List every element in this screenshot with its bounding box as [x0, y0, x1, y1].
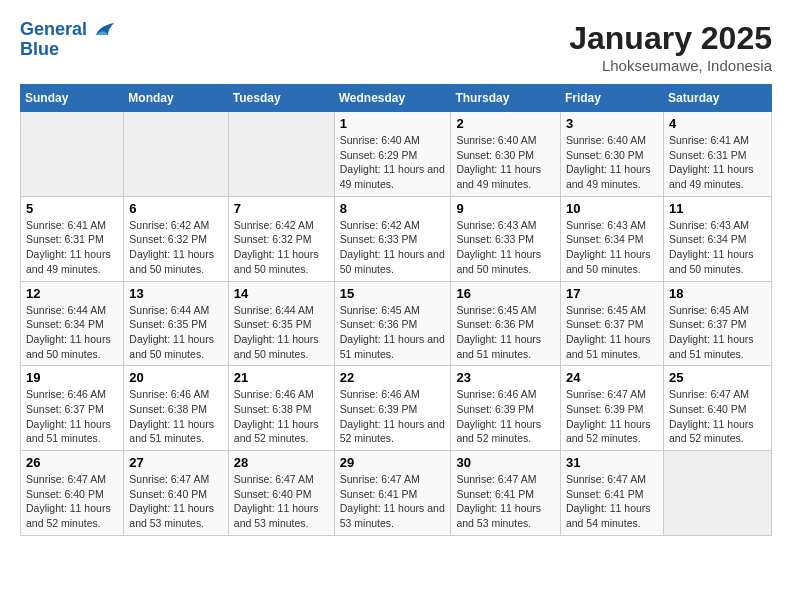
sunrise-text: Sunrise: 6:46 AM	[129, 388, 209, 400]
day-cell: 24 Sunrise: 6:47 AM Sunset: 6:39 PM Dayl…	[560, 366, 663, 451]
daylight-text: Daylight: 11 hours and 51 minutes.	[669, 333, 754, 360]
sunrise-text: Sunrise: 6:47 AM	[129, 473, 209, 485]
daylight-text: Daylight: 11 hours and 52 minutes.	[456, 418, 541, 445]
daylight-text: Daylight: 11 hours and 49 minutes.	[456, 163, 541, 190]
day-number: 6	[129, 201, 222, 216]
sunset-text: Sunset: 6:41 PM	[340, 488, 418, 500]
calendar-table: SundayMondayTuesdayWednesdayThursdayFrid…	[20, 84, 772, 536]
daylight-text: Daylight: 11 hours and 51 minutes.	[129, 418, 214, 445]
daylight-text: Daylight: 11 hours and 49 minutes.	[566, 163, 651, 190]
daylight-text: Daylight: 11 hours and 50 minutes.	[234, 248, 319, 275]
sunrise-text: Sunrise: 6:47 AM	[566, 473, 646, 485]
day-cell: 5 Sunrise: 6:41 AM Sunset: 6:31 PM Dayli…	[21, 196, 124, 281]
daylight-text: Daylight: 11 hours and 54 minutes.	[566, 502, 651, 529]
sunset-text: Sunset: 6:41 PM	[566, 488, 644, 500]
header-day-saturday: Saturday	[663, 85, 771, 112]
week-row-5: 26 Sunrise: 6:47 AM Sunset: 6:40 PM Dayl…	[21, 451, 772, 536]
header-day-monday: Monday	[124, 85, 228, 112]
sunset-text: Sunset: 6:39 PM	[340, 403, 418, 415]
day-cell: 27 Sunrise: 6:47 AM Sunset: 6:40 PM Dayl…	[124, 451, 228, 536]
day-cell: 31 Sunrise: 6:47 AM Sunset: 6:41 PM Dayl…	[560, 451, 663, 536]
page-subtitle: Lhokseumawe, Indonesia	[569, 57, 772, 74]
day-number: 17	[566, 286, 658, 301]
sunrise-text: Sunrise: 6:46 AM	[234, 388, 314, 400]
sunset-text: Sunset: 6:40 PM	[669, 403, 747, 415]
page-header: General Blue January 2025 Lhokseumawe, I…	[20, 20, 772, 74]
day-cell: 6 Sunrise: 6:42 AM Sunset: 6:32 PM Dayli…	[124, 196, 228, 281]
day-number: 23	[456, 370, 555, 385]
day-cell: 16 Sunrise: 6:45 AM Sunset: 6:36 PM Dayl…	[451, 281, 561, 366]
day-number: 2	[456, 116, 555, 131]
page-title: January 2025	[569, 20, 772, 57]
sunrise-text: Sunrise: 6:47 AM	[340, 473, 420, 485]
daylight-text: Daylight: 11 hours and 50 minutes.	[234, 333, 319, 360]
sunrise-text: Sunrise: 6:45 AM	[566, 304, 646, 316]
day-cell: 8 Sunrise: 6:42 AM Sunset: 6:33 PM Dayli…	[334, 196, 451, 281]
day-number: 18	[669, 286, 766, 301]
sunset-text: Sunset: 6:37 PM	[669, 318, 747, 330]
daylight-text: Daylight: 11 hours and 50 minutes.	[669, 248, 754, 275]
daylight-text: Daylight: 11 hours and 52 minutes.	[234, 418, 319, 445]
sunset-text: Sunset: 6:36 PM	[456, 318, 534, 330]
sunset-text: Sunset: 6:39 PM	[566, 403, 644, 415]
day-cell: 25 Sunrise: 6:47 AM Sunset: 6:40 PM Dayl…	[663, 366, 771, 451]
sunset-text: Sunset: 6:32 PM	[234, 233, 312, 245]
day-cell: 30 Sunrise: 6:47 AM Sunset: 6:41 PM Dayl…	[451, 451, 561, 536]
day-cell: 29 Sunrise: 6:47 AM Sunset: 6:41 PM Dayl…	[334, 451, 451, 536]
day-cell: 3 Sunrise: 6:40 AM Sunset: 6:30 PM Dayli…	[560, 112, 663, 197]
daylight-text: Daylight: 11 hours and 53 minutes.	[456, 502, 541, 529]
sunrise-text: Sunrise: 6:44 AM	[26, 304, 106, 316]
day-number: 22	[340, 370, 446, 385]
daylight-text: Daylight: 11 hours and 53 minutes.	[234, 502, 319, 529]
daylight-text: Daylight: 11 hours and 52 minutes.	[26, 502, 111, 529]
day-number: 7	[234, 201, 329, 216]
daylight-text: Daylight: 11 hours and 49 minutes.	[340, 163, 445, 190]
sunrise-text: Sunrise: 6:45 AM	[669, 304, 749, 316]
sunset-text: Sunset: 6:35 PM	[234, 318, 312, 330]
sunset-text: Sunset: 6:37 PM	[26, 403, 104, 415]
sunset-text: Sunset: 6:34 PM	[566, 233, 644, 245]
day-cell: 9 Sunrise: 6:43 AM Sunset: 6:33 PM Dayli…	[451, 196, 561, 281]
logo: General Blue	[20, 20, 116, 60]
header-day-tuesday: Tuesday	[228, 85, 334, 112]
day-number: 5	[26, 201, 118, 216]
sunset-text: Sunset: 6:36 PM	[340, 318, 418, 330]
day-cell	[228, 112, 334, 197]
sunset-text: Sunset: 6:34 PM	[26, 318, 104, 330]
sunrise-text: Sunrise: 6:45 AM	[456, 304, 536, 316]
sunset-text: Sunset: 6:31 PM	[26, 233, 104, 245]
sunset-text: Sunset: 6:41 PM	[456, 488, 534, 500]
sunrise-text: Sunrise: 6:46 AM	[456, 388, 536, 400]
sunrise-text: Sunrise: 6:47 AM	[26, 473, 106, 485]
sunset-text: Sunset: 6:33 PM	[456, 233, 534, 245]
day-number: 8	[340, 201, 446, 216]
daylight-text: Daylight: 11 hours and 52 minutes.	[340, 418, 445, 445]
sunset-text: Sunset: 6:38 PM	[129, 403, 207, 415]
sunrise-text: Sunrise: 6:47 AM	[669, 388, 749, 400]
sunset-text: Sunset: 6:34 PM	[669, 233, 747, 245]
day-number: 10	[566, 201, 658, 216]
day-number: 24	[566, 370, 658, 385]
day-number: 28	[234, 455, 329, 470]
sunrise-text: Sunrise: 6:42 AM	[129, 219, 209, 231]
logo-text-general: General	[20, 19, 87, 39]
sunrise-text: Sunrise: 6:47 AM	[234, 473, 314, 485]
day-cell: 10 Sunrise: 6:43 AM Sunset: 6:34 PM Dayl…	[560, 196, 663, 281]
day-cell: 14 Sunrise: 6:44 AM Sunset: 6:35 PM Dayl…	[228, 281, 334, 366]
day-number: 13	[129, 286, 222, 301]
daylight-text: Daylight: 11 hours and 50 minutes.	[26, 333, 111, 360]
sunrise-text: Sunrise: 6:44 AM	[234, 304, 314, 316]
day-number: 12	[26, 286, 118, 301]
header-day-sunday: Sunday	[21, 85, 124, 112]
daylight-text: Daylight: 11 hours and 50 minutes.	[340, 248, 445, 275]
sunrise-text: Sunrise: 6:42 AM	[340, 219, 420, 231]
daylight-text: Daylight: 11 hours and 49 minutes.	[26, 248, 111, 275]
day-number: 9	[456, 201, 555, 216]
sunrise-text: Sunrise: 6:40 AM	[340, 134, 420, 146]
sunrise-text: Sunrise: 6:43 AM	[456, 219, 536, 231]
sunrise-text: Sunrise: 6:41 AM	[669, 134, 749, 146]
day-number: 21	[234, 370, 329, 385]
day-number: 27	[129, 455, 222, 470]
sunrise-text: Sunrise: 6:44 AM	[129, 304, 209, 316]
sunrise-text: Sunrise: 6:40 AM	[456, 134, 536, 146]
